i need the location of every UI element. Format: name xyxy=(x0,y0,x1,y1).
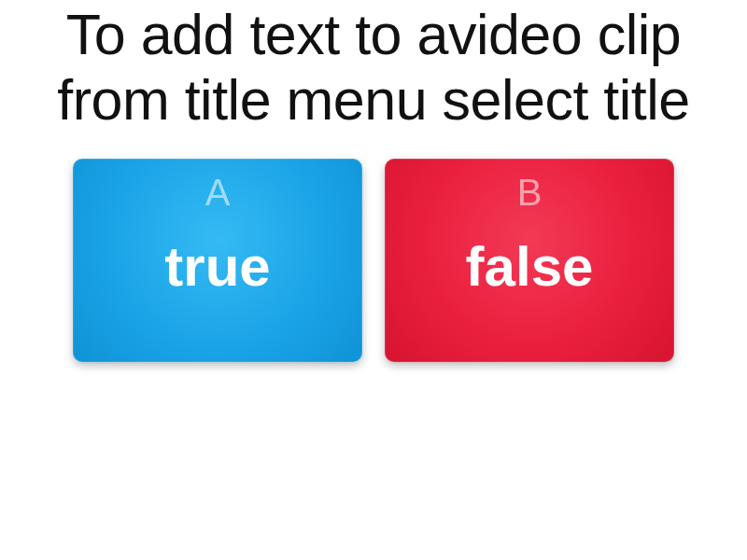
answer-letter: B xyxy=(517,172,543,214)
answer-card-b[interactable]: B false xyxy=(385,159,674,362)
question-text: To add text to avideo clip from title me… xyxy=(0,2,747,133)
answers-row: A true B false xyxy=(73,159,674,362)
answer-label: true xyxy=(164,234,270,299)
answer-label: false xyxy=(466,234,594,299)
answer-letter: A xyxy=(205,172,231,214)
answer-card-a[interactable]: A true xyxy=(73,159,362,362)
